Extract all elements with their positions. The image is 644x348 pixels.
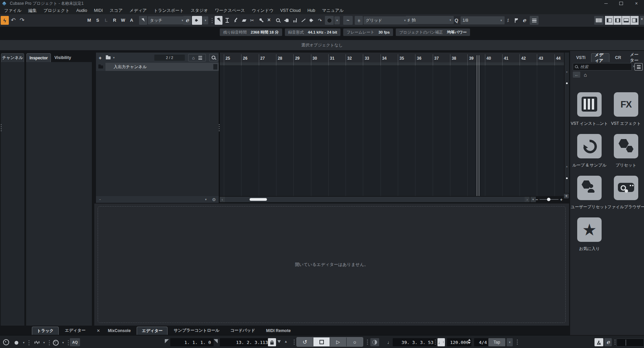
left-locator-display[interactable]: 1. 1. 1. 0 — [170, 338, 214, 346]
left-edge-handle[interactable] — [1, 126, 2, 127]
lower-zone-toggle[interactable] — [622, 16, 630, 25]
metronome-setup-button[interactable]: e — [604, 338, 612, 346]
split-tool[interactable] — [249, 16, 256, 25]
automation-mode-button[interactable] — [139, 16, 147, 25]
lower-zone-tab[interactable]: サンプラーコントロール — [169, 327, 224, 334]
media-back-button[interactable]: ← — [573, 72, 580, 78]
glue-tool[interactable] — [257, 16, 265, 25]
lower-zone-tab[interactable]: MixConsole — [103, 327, 135, 334]
range-selection-tool[interactable] — [223, 16, 231, 25]
menu-item[interactable]: VST Cloud — [277, 7, 304, 14]
event-display[interactable]: 2526272829303132333435363738394041424344 — [220, 53, 564, 196]
hscroll-thumb[interactable] — [250, 198, 267, 201]
tab-inspector[interactable]: Inspector — [26, 53, 51, 62]
record-button[interactable]: ○ — [347, 337, 363, 346]
media-tile-loops-samples[interactable]: ループ & サンプル — [577, 134, 602, 168]
iterative-quantize-button[interactable]: ⁒ — [504, 16, 512, 24]
tempo-menu-button[interactable]: ▼ — [507, 338, 513, 346]
snap-zero-crossing-button[interactable]: ~ — [343, 16, 353, 25]
acoustic-feedback-tool[interactable] — [316, 16, 324, 25]
common-record-modes-button[interactable] — [2, 338, 10, 346]
status-item[interactable]: 録音形式44.1 kHz - 24 bit — [285, 28, 340, 36]
quantize-flag-button[interactable] — [512, 16, 520, 24]
zoom-tool[interactable] — [274, 16, 282, 25]
quantize-panel-button[interactable]: e — [520, 16, 528, 24]
home-icon[interactable]: ⌂ — [192, 56, 195, 60]
menu-item[interactable]: MIDI — [91, 7, 106, 14]
auto-quantize-button[interactable]: AQ — [70, 338, 80, 346]
project-cursor[interactable] — [477, 55, 477, 196]
menu-item[interactable]: ワークスペース — [211, 7, 248, 14]
global-l-button[interactable]: L — [102, 16, 110, 25]
media-tile-file-browser[interactable]: ファイルブラウザー — [614, 176, 638, 210]
play-button[interactable]: ▷ — [330, 337, 346, 346]
maximize-button[interactable] — [613, 0, 629, 7]
vertical-zoom-in-button[interactable]: + — [564, 194, 569, 198]
color-tool-button[interactable] — [325, 16, 334, 25]
undo-button[interactable]: ↶ — [11, 16, 16, 25]
find-track-button[interactable] — [209, 54, 218, 61]
track-list-body[interactable] — [96, 71, 219, 196]
tempo-spinner[interactable] — [468, 339, 471, 344]
menu-item[interactable]: 編集 — [25, 7, 40, 14]
grid-type-select[interactable]: ♯ 拍 ▼ — [406, 16, 454, 24]
cycle-button[interactable]: ↺ — [297, 337, 313, 346]
global-w-button[interactable]: W — [119, 16, 127, 25]
autoscroll-button[interactable] — [192, 16, 202, 25]
menu-item[interactable]: プロジェクト — [40, 7, 73, 14]
media-tile-favorites[interactable]: お気に入り — [577, 217, 602, 252]
left-locator-icon[interactable] — [165, 339, 169, 343]
zoom-slider-knob[interactable] — [547, 198, 550, 201]
redo-button[interactable]: ↷ — [20, 16, 24, 25]
object-selection-tool[interactable] — [215, 16, 222, 25]
media-list-view-button[interactable] — [635, 63, 643, 71]
setup-toolbar-button[interactable]: * — [640, 16, 644, 25]
automation-mode-select[interactable]: タッチ ▼ — [148, 16, 186, 24]
global-r-button[interactable]: R — [111, 16, 118, 25]
punch-out-marker-icon[interactable]: ▲ — [284, 340, 288, 343]
record-mode-menu[interactable]: ▼ — [21, 339, 26, 347]
draw-tool[interactable] — [232, 16, 239, 25]
add-track-button[interactable]: + — [99, 55, 102, 61]
scroll-down-icon[interactable]: ▲ — [566, 165, 568, 168]
record-mode-button[interactable] — [12, 339, 20, 347]
play-tool[interactable] — [308, 16, 316, 25]
lock-punch-button[interactable] — [268, 338, 276, 346]
position-display[interactable]: 39. 3. 3. 53 — [393, 338, 436, 346]
media-tile-vst-instruments[interactable]: VST インスト...ント — [577, 92, 602, 127]
tab-メディア[interactable]: メディア — [591, 53, 610, 62]
lower-zone-tab[interactable]: エディター — [137, 327, 168, 335]
midi-record-mode-menu[interactable]: ▼ — [60, 339, 66, 347]
tab-vsti[interactable]: VSTi — [573, 53, 589, 62]
status-item[interactable]: プロジェクトのパン補正均等パワー — [396, 28, 470, 36]
vertical-scrollbar[interactable]: ▼ ▲ — [564, 53, 569, 193]
menu-item[interactable]: Audio — [73, 7, 91, 14]
media-search-field[interactable]: 検索 — [573, 63, 632, 71]
menu-item[interactable]: マニュアル — [318, 7, 347, 14]
tab-visibility[interactable]: Visibility — [51, 54, 75, 62]
audio-record-mode-button[interactable] — [33, 339, 41, 347]
menu-item[interactable]: Hub — [304, 7, 318, 14]
pre-roll-button[interactable] — [370, 338, 379, 346]
lower-zone-tab[interactable]: コードパッド — [226, 327, 260, 334]
line-tool[interactable] — [299, 16, 307, 25]
autoscroll-options-button[interactable]: ▼ — [203, 16, 208, 24]
scroll-left-button[interactable]: ‹ — [220, 197, 225, 202]
hscroll-track[interactable] — [225, 197, 525, 202]
punch-in-flag-icon[interactable] — [277, 340, 281, 343]
tab-channel[interactable]: チャンネル — [1, 53, 24, 62]
tab-メーター[interactable]: メーター — [627, 53, 644, 62]
tab-cr[interactable]: CR — [611, 53, 624, 62]
left-right-zone-toggle[interactable] — [613, 16, 622, 25]
scroll-up-icon[interactable]: ▼ — [566, 71, 568, 73]
status-item[interactable]: フレームレート30 fps — [343, 28, 393, 36]
menu-item[interactable]: メディア — [126, 7, 150, 14]
zoom-in-button[interactable]: + — [560, 197, 563, 202]
spinner-down-icon[interactable] — [468, 342, 471, 344]
status-item[interactable]: 残り録音時間2368 時間 18 分 — [220, 28, 282, 36]
menu-item[interactable]: トランスポート — [150, 7, 187, 14]
erase-tool[interactable] — [240, 16, 248, 25]
stop-button[interactable] — [313, 337, 330, 346]
midi-record-mode-button[interactable] — [52, 339, 60, 347]
metronome-button[interactable] — [594, 338, 603, 346]
